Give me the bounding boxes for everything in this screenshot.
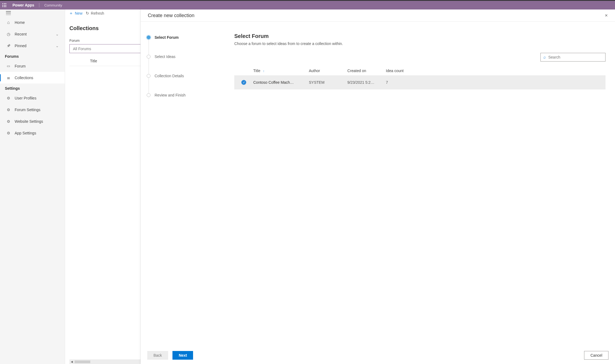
app-subtitle[interactable]: Community (39, 3, 62, 7)
app-launcher-button[interactable] (0, 1, 9, 9)
app-header: Power Apps Community (0, 1, 615, 9)
waffle-icon (2, 3, 6, 7)
app-title[interactable]: Power Apps (9, 3, 39, 7)
